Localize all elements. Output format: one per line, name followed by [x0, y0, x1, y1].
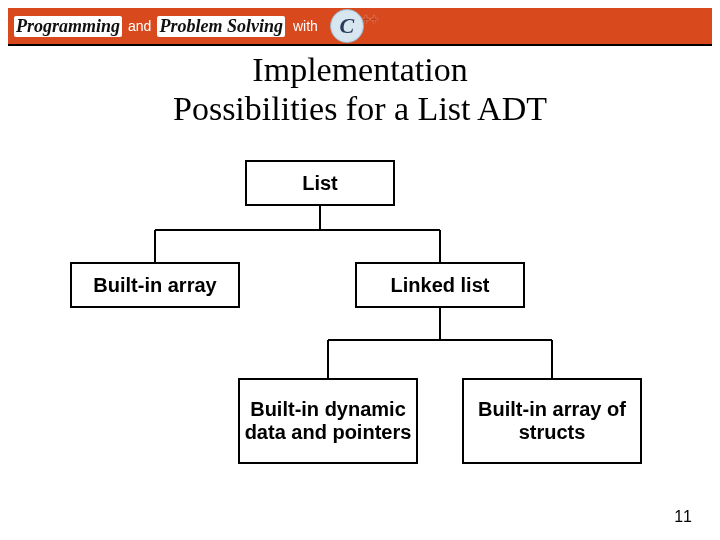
node-linked-list-label: Linked list	[391, 274, 490, 297]
header-bar: Programming and Problem Solving with C +…	[8, 8, 712, 44]
slide-title: Implementation Possibilities for a List …	[0, 50, 720, 128]
node-dynamic: Built-in dynamic data and pointers	[238, 378, 418, 464]
c-circle-icon: C	[330, 9, 364, 43]
plus-plus: ++	[362, 11, 378, 27]
header-underline	[8, 44, 712, 46]
cpp-logo: C ++	[330, 9, 378, 43]
node-list-label: List	[302, 172, 338, 195]
header-and: and	[128, 18, 151, 34]
header-with: with	[293, 18, 318, 34]
header-problem-solving: Problem Solving	[157, 16, 285, 37]
c-letter: C	[339, 13, 354, 39]
node-builtin-array: Built-in array	[70, 262, 240, 308]
node-array-of-structs: Built-in array of structs	[462, 378, 642, 464]
node-dynamic-label: Built-in dynamic data and pointers	[244, 398, 412, 444]
page-number: 11	[674, 508, 692, 526]
node-linked-list: Linked list	[355, 262, 525, 308]
node-array-of-structs-label: Built-in array of structs	[468, 398, 636, 444]
node-list: List	[245, 160, 395, 206]
title-line-1: Implementation	[252, 51, 467, 88]
header-programming: Programming	[14, 16, 122, 37]
title-line-2: Possibilities for a List ADT	[173, 90, 547, 127]
node-builtin-array-label: Built-in array	[93, 274, 216, 297]
